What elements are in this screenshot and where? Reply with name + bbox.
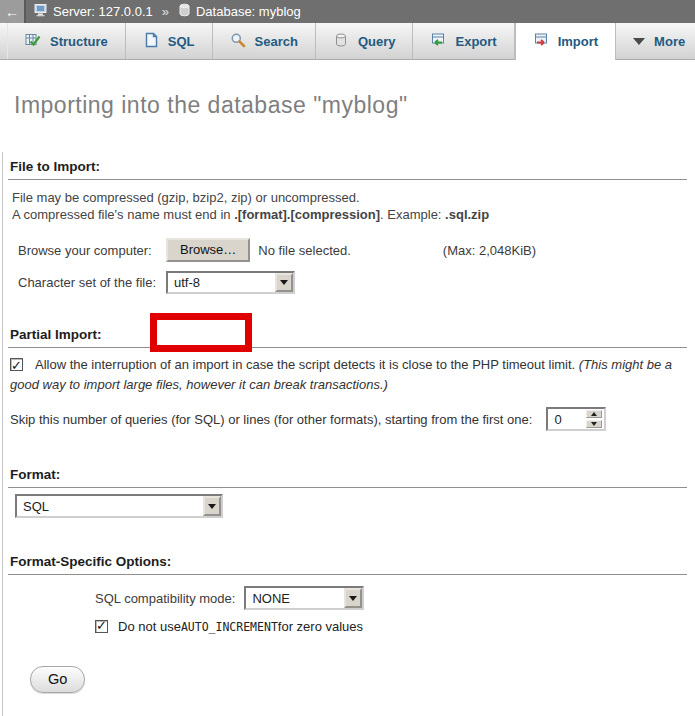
format-select[interactable]: SQL [15, 494, 223, 518]
skip-queries-value: 0 [548, 412, 586, 427]
format-dropdown-button[interactable] [203, 496, 221, 516]
tab-label: Import [558, 34, 598, 49]
tab-label: Structure [50, 34, 108, 49]
chevron-down-icon [280, 280, 288, 285]
breadcrumb: Server: 127.0.0.1 » Database: myblog [34, 3, 301, 20]
allow-interruption-text: Allow the interruption of an import in c… [35, 357, 579, 372]
sql-icon [143, 32, 159, 51]
query-icon [333, 32, 349, 51]
database-icon [178, 3, 191, 20]
format-selected-value: SQL [17, 499, 203, 514]
tab-more[interactable]: More [616, 23, 695, 59]
tab-query[interactable]: Query [316, 23, 414, 59]
back-button[interactable]: ← [0, 0, 26, 23]
import-icon [533, 32, 549, 51]
skip-queries-row: Skip this number of queries (for SQL) or… [10, 407, 687, 431]
tab-structure[interactable]: Structure [7, 23, 126, 59]
section-title-file-to-import: File to Import: [8, 159, 687, 180]
tab-label: Search [255, 34, 298, 49]
tab-label: Export [455, 34, 496, 49]
spinner-buttons [586, 410, 602, 428]
tab-search[interactable]: Search [213, 23, 316, 59]
section-title-format: Format: [8, 467, 687, 488]
browse-label: Browse your computer: [18, 243, 166, 258]
file-upload-row: Browse your computer: Browse… No file se… [18, 238, 687, 262]
chevron-down-icon [208, 504, 216, 509]
tab-sql[interactable]: SQL [126, 23, 213, 59]
allow-interruption-row: Allow the interruption of an import in c… [10, 355, 687, 394]
skip-queries-input[interactable]: 0 [546, 407, 606, 431]
charset-row: Character set of the file: utf-8 [18, 271, 687, 294]
auto-increment-checkbox[interactable] [95, 620, 108, 633]
file-compression-note: File may be compressed (gzip, bzip2, zip… [12, 189, 687, 223]
skip-queries-label: Skip this number of queries (for SQL) or… [10, 412, 532, 427]
auto-increment-keyword: AUTO_INCREMENT [181, 620, 278, 634]
section-title-partial-import: Partial Import: [8, 327, 687, 348]
breadcrumb-bar: ← Server: 127.0.0.1 » Database: myblog [0, 0, 695, 23]
chevron-up-icon [591, 412, 597, 416]
sql-compatibility-select[interactable]: NONE [244, 586, 364, 610]
auto-increment-text-post: for zero values [278, 619, 363, 634]
compression-example: .sql.zip [445, 207, 489, 222]
charset-select[interactable]: utf-8 [166, 271, 295, 294]
tab-label: Query [358, 34, 396, 49]
export-icon [430, 32, 446, 51]
page-title: Importing into the database "myblog" [14, 92, 687, 119]
charset-label: Character set of the file: [18, 275, 166, 290]
breadcrumb-separator: » [162, 4, 169, 19]
sql-compatibility-value: NONE [246, 591, 344, 606]
compression-line2a: A compressed file's name must end in [12, 207, 234, 222]
spinner-up-button[interactable] [586, 410, 602, 418]
allow-interruption-checkbox[interactable] [10, 358, 23, 371]
section-title-format-specific: Format-Specific Options: [8, 554, 687, 575]
no-file-text: No file selected. [258, 243, 351, 258]
tab-label: More [654, 34, 685, 49]
compression-line1: File may be compressed (gzip, bzip2, zip… [12, 190, 360, 205]
import-page: Importing into the database "myblog" Fil… [0, 92, 695, 693]
chevron-down-icon [349, 596, 357, 601]
breadcrumb-server-link[interactable]: Server: 127.0.0.1 [53, 4, 153, 19]
charset-selected-value: utf-8 [168, 275, 275, 290]
spinner-down-button[interactable] [586, 420, 602, 428]
breadcrumb-database-link[interactable]: Database: myblog [196, 4, 301, 19]
go-button[interactable]: Go [30, 666, 85, 693]
server-icon [34, 3, 48, 20]
auto-increment-row: Do not use AUTO_INCREMENT for zero value… [95, 619, 687, 634]
compression-format-pattern: .[format].[compression] [234, 207, 380, 222]
tab-label: SQL [168, 34, 195, 49]
auto-increment-text-pre: Do not use [118, 619, 181, 634]
compat-dropdown-button[interactable] [344, 588, 362, 608]
browse-button[interactable]: Browse… [166, 238, 250, 262]
chevron-down-icon [591, 422, 597, 426]
sql-compatibility-label: SQL compatibility mode: [95, 591, 235, 606]
compression-line2c: . Example: [380, 207, 445, 222]
charset-dropdown-button[interactable] [275, 273, 293, 292]
tab-export[interactable]: Export [413, 23, 514, 59]
chevron-down-icon [633, 38, 645, 45]
tab-import[interactable]: Import [515, 23, 616, 60]
sql-compatibility-row: SQL compatibility mode: NONE [95, 586, 687, 610]
frame-divider [2, 152, 3, 716]
search-icon [230, 32, 246, 51]
tab-bar: Structure SQL Search Query Export Import… [0, 23, 695, 60]
back-arrow-icon: ← [5, 4, 19, 20]
max-upload-size: (Max: 2,048KiB) [443, 243, 536, 258]
structure-icon [25, 32, 41, 51]
